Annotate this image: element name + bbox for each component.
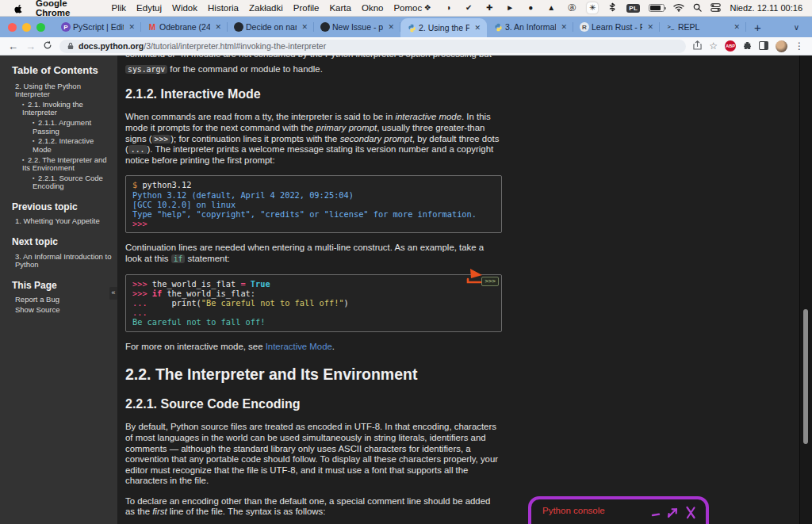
console-expand-icon[interactable] [666, 507, 680, 522]
tab-2-using-the-python-i[interactable]: 2. Using the Python I✕ [400, 18, 487, 37]
sidebar-collapse-button[interactable]: « [109, 287, 117, 300]
address-bar[interactable]: docs.python.org/3/tutorial/interpreter.h… [59, 40, 686, 53]
python-console-overlay: Python console [528, 496, 709, 524]
apple-menu-icon[interactable] [14, 3, 23, 13]
snowflake-app-icon[interactable]: ✳ [587, 2, 598, 13]
docs-main: command or -m module are not consumed by… [117, 55, 799, 524]
wifi-icon[interactable] [673, 3, 684, 13]
toc-item[interactable]: ▪2.2.1. Source Code Encoding [12, 174, 113, 191]
bookmark-star-icon[interactable]: ☆ [709, 41, 718, 51]
battery-icon[interactable] [649, 4, 665, 12]
tab-search-chevron-icon[interactable]: ∨ [794, 23, 799, 32]
menubar-clock[interactable]: Niedz. 12.11 00:16 [730, 3, 802, 13]
menu-karta[interactable]: Karta [329, 3, 351, 13]
heading-interpreter-environment: 2.2. The Interpreter and Its Environment [125, 365, 502, 384]
text-token: for the command or module to handle. [167, 64, 323, 74]
reload-button[interactable] [43, 39, 52, 53]
circle-app-icon[interactable]: ● [525, 2, 536, 13]
a-circle-app-icon[interactable]: ⓐ [566, 2, 577, 13]
next-topic-link[interactable]: 3. An Informal Introduction to Python [12, 253, 113, 270]
code-block-shell-session[interactable]: $ python3.12Python 3.12 (default, April … [125, 175, 502, 233]
share-icon[interactable] [693, 39, 702, 53]
tab-close-icon[interactable]: ✕ [731, 22, 742, 32]
inline-link[interactable]: Interactive Mode [266, 342, 332, 351]
report-a-bug-link[interactable]: Report a Bug [12, 296, 113, 304]
console-close-icon[interactable] [685, 506, 696, 522]
fullscreen-window-button[interactable] [36, 23, 45, 32]
toc-item[interactable]: 2. Using the Python Interpreter [12, 82, 113, 99]
menu-zakładki[interactable]: Zakładki [249, 3, 283, 13]
paragraph-more-interactive: For more on interactive mode, see Intera… [125, 342, 502, 353]
tab-label: Odebrane (24 508) [159, 22, 210, 32]
tab-close-icon[interactable]: ✕ [126, 22, 137, 32]
menubar-app-name[interactable]: Google Chrome [36, 0, 99, 17]
extensions-puzzle-icon[interactable] [743, 39, 752, 53]
menu-pomoc[interactable]: Pomoc [393, 3, 422, 13]
chrome-menu-icon[interactable]: ⋮ [795, 40, 804, 52]
lock-icon [67, 42, 74, 50]
forward-button[interactable]: → [25, 41, 36, 52]
menubar-app-icons: ❖◑✔✚►●▲ⓐ✳ [422, 2, 598, 13]
tab-repl[interactable]: >_REPL✕ [660, 17, 746, 37]
tab-3-an-informal-introd[interactable]: 3. An Informal Introd✕ [487, 17, 573, 37]
plus-app-icon[interactable]: ✚ [484, 2, 495, 13]
text-token: interactive mode [395, 112, 462, 121]
tab-label: New Issue - python/c [332, 22, 383, 32]
toc-item[interactable]: ▪2.1.1. Argument Passing [12, 119, 113, 136]
tab-odebrane-24-508[interactable]: MOdebrane (24 508)✕ [141, 17, 228, 37]
minimize-window-button[interactable] [22, 23, 31, 32]
previous-topic-link[interactable]: 1. Whetting Your Appetite [12, 217, 113, 226]
profile-avatar[interactable] [776, 40, 787, 52]
code-line: $ python3.12 [132, 180, 495, 189]
play-app-icon[interactable]: ► [504, 2, 515, 13]
side-panel-icon[interactable] [759, 39, 768, 53]
triangle-app-icon[interactable]: ▲ [546, 2, 557, 13]
scrollbar-thumb[interactable] [803, 309, 808, 444]
new-tab-button[interactable]: + [754, 21, 761, 34]
hexagon-app-icon[interactable]: ❖ [422, 2, 433, 13]
menu-okno[interactable]: Okno [362, 3, 384, 13]
tab-close-icon[interactable]: ✕ [299, 22, 310, 32]
half-circle-app-icon[interactable]: ◑ [442, 2, 454, 13]
input-language-badge[interactable]: PL [626, 4, 640, 13]
menu-plik[interactable]: Plik [112, 3, 127, 13]
toc-item[interactable]: ▪2.1.2. Interactive Mode [12, 137, 113, 154]
toc-title: Table of Contents [12, 65, 113, 77]
code-line: Python 3.12 (default, April 4 2022, 09:2… [132, 190, 495, 200]
toc-item[interactable]: ▪2.1. Invoking the Interpreter [12, 101, 113, 117]
tab-learn-rust-rust-pr[interactable]: RLearn Rust - Rust Pr✕ [573, 17, 660, 37]
tab-label: PyScript | Edit - Nam [73, 22, 124, 32]
bullet-icon: ▪ [33, 120, 38, 126]
tab-close-icon[interactable]: ✕ [472, 23, 483, 33]
menu-edytuj[interactable]: Edytuj [136, 3, 162, 13]
python-favicon [493, 22, 503, 32]
tab-new-issue-python-c[interactable]: New Issue - python/c✕ [314, 17, 400, 37]
console-minimize-icon[interactable] [651, 507, 661, 522]
code-block-if-statement[interactable]: >>> >>> the_world_is_flat = True>>> if t… [125, 274, 502, 332]
tab-decide-on-naming-co[interactable]: Decide on naming co✕ [228, 17, 314, 37]
text-token: primary prompt [316, 123, 377, 132]
back-button[interactable]: ← [8, 41, 18, 52]
tab-label: Learn Rust - Rust Pr [592, 22, 642, 32]
bluetooth-icon[interactable] [607, 2, 618, 13]
tab-close-icon[interactable]: ✕ [558, 22, 569, 32]
menu-widok[interactable]: Widok [172, 3, 197, 13]
control-center-icon[interactable] [710, 3, 721, 13]
menu-profile[interactable]: Profile [293, 3, 320, 13]
show-source-link[interactable]: Show Source [12, 306, 113, 315]
check-circle-app-icon[interactable]: ✔ [463, 2, 474, 13]
adblock-extension-icon[interactable]: ABP [725, 40, 736, 52]
tab-close-icon[interactable]: ✕ [213, 22, 224, 32]
chrome-toolbar: ← → docs.python.org/3/tutorial/interpret… [0, 37, 812, 55]
close-window-button[interactable] [8, 23, 17, 32]
text-token: line of the file. The syntax is as follo… [167, 507, 326, 516]
tab-pyscript-edit-nam[interactable]: PPyScript | Edit - Nam✕ [55, 17, 141, 37]
tab-close-icon[interactable]: ✕ [645, 22, 656, 32]
toc-item[interactable]: ▪2.2. The Interpreter and Its Environmen… [12, 156, 113, 173]
text-token: ... [128, 145, 147, 154]
menu-historia[interactable]: Historia [208, 3, 239, 13]
tab-close-icon[interactable]: ✕ [385, 22, 396, 32]
scrollbar-track[interactable] [799, 55, 812, 524]
spotlight-search-icon[interactable] [693, 3, 702, 13]
pyscript-favicon: P [61, 22, 71, 32]
